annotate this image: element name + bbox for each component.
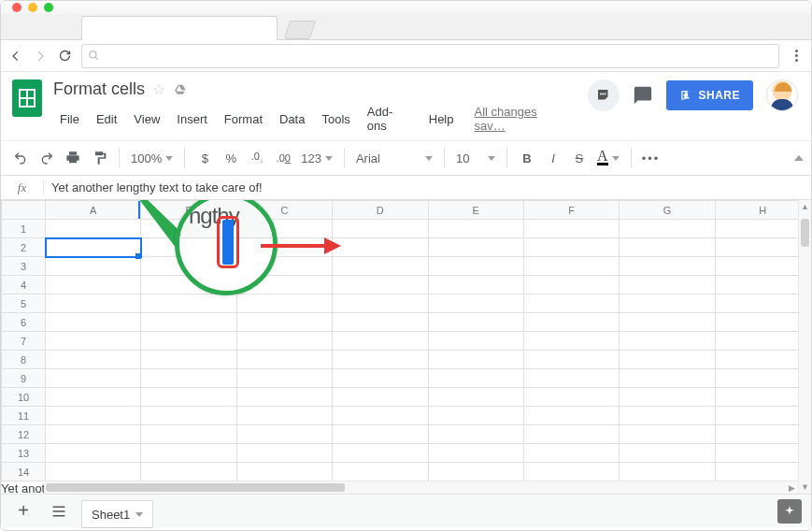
cell[interactable] (333, 276, 428, 294)
cell[interactable] (141, 369, 236, 388)
horizontal-scroll-thumb[interactable] (46, 483, 345, 492)
browser-tab[interactable] (81, 16, 278, 40)
vertical-scrollbar[interactable]: ▲ ▼ (798, 200, 811, 494)
cell[interactable] (46, 276, 141, 294)
row-header[interactable]: 7 (2, 332, 46, 351)
row-header[interactable]: 10 (2, 388, 46, 407)
row-header[interactable]: 3 (2, 257, 46, 276)
cell[interactable] (46, 388, 141, 407)
col-header-E[interactable]: E (428, 201, 523, 220)
scroll-up-icon[interactable]: ▲ (799, 200, 811, 213)
cell[interactable] (141, 257, 236, 276)
strike-button[interactable]: S (567, 146, 591, 170)
cell[interactable] (333, 444, 428, 463)
cell[interactable] (333, 369, 428, 388)
browser-menu-button[interactable] (789, 50, 804, 62)
collapse-toolbar-button[interactable] (794, 155, 804, 161)
cell[interactable] (141, 276, 236, 294)
increase-decimal-button[interactable]: .00 (271, 146, 295, 170)
cell[interactable] (523, 257, 619, 276)
cell[interactable] (333, 388, 428, 407)
window-close-dot[interactable] (12, 3, 21, 12)
cell[interactable] (428, 257, 523, 276)
cell[interactable] (236, 388, 332, 407)
cell[interactable] (620, 313, 715, 332)
cell[interactable] (333, 351, 428, 369)
cell[interactable] (141, 407, 236, 425)
cell[interactable] (46, 444, 141, 463)
cell[interactable] (620, 407, 715, 425)
italic-button[interactable]: I (541, 146, 565, 170)
cell[interactable] (236, 332, 332, 351)
cell[interactable] (236, 313, 332, 332)
cell[interactable] (523, 425, 619, 444)
cell[interactable] (523, 351, 619, 369)
cell[interactable] (333, 463, 428, 481)
cell[interactable] (715, 369, 810, 388)
cell[interactable] (236, 425, 332, 444)
cell[interactable] (46, 294, 141, 313)
cell[interactable] (620, 369, 715, 388)
vertical-scroll-thumb[interactable] (801, 219, 809, 247)
cell[interactable] (715, 276, 810, 294)
cell[interactable] (523, 220, 619, 238)
cell[interactable] (46, 407, 141, 425)
comments-icon[interactable] (633, 85, 653, 106)
cell[interactable] (428, 444, 523, 463)
save-status[interactable]: All changes sav… (468, 103, 577, 135)
col-header-F[interactable]: F (523, 201, 619, 220)
reload-button[interactable] (57, 49, 72, 64)
spreadsheet-grid[interactable]: A B C D E F G H 1234567891011121314 (1, 200, 811, 481)
cell[interactable] (523, 407, 619, 425)
cell[interactable] (333, 238, 428, 257)
cell[interactable] (715, 444, 810, 463)
decrease-decimal-button[interactable]: .0↓ (245, 146, 269, 170)
font-family-dropdown[interactable]: Arial (352, 146, 436, 170)
cell[interactable] (620, 444, 715, 463)
cell[interactable] (620, 238, 715, 257)
cell[interactable] (523, 332, 619, 351)
sheet-tab-active[interactable]: Sheet1 (81, 500, 153, 528)
cell[interactable] (236, 238, 332, 257)
cell[interactable] (428, 388, 523, 407)
cell[interactable] (236, 444, 332, 463)
cell[interactable] (46, 313, 141, 332)
format-currency-button[interactable]: $ (192, 146, 217, 170)
explore-button[interactable] (777, 499, 802, 524)
cell[interactable] (428, 220, 523, 238)
cell[interactable] (715, 407, 810, 425)
cell[interactable] (141, 313, 236, 332)
cell[interactable] (620, 220, 715, 238)
cell[interactable] (46, 425, 141, 444)
cell[interactable] (523, 294, 619, 313)
cell[interactable] (715, 220, 810, 238)
cell[interactable] (620, 276, 715, 294)
cell[interactable] (523, 238, 619, 257)
col-header-B[interactable]: B (141, 201, 236, 220)
select-all-corner[interactable] (2, 201, 46, 220)
add-sheet-button[interactable]: + (10, 498, 36, 524)
selection-fill-handle[interactable] (135, 253, 141, 259)
column-resize-handle[interactable] (138, 201, 141, 219)
cell[interactable] (523, 313, 619, 332)
col-header-D[interactable]: D (333, 201, 428, 220)
menu-format[interactable]: Format (218, 110, 269, 128)
address-bar[interactable] (81, 44, 779, 68)
row-header[interactable]: 4 (2, 276, 46, 294)
cell[interactable] (523, 388, 619, 407)
cell[interactable] (236, 220, 332, 238)
cell[interactable] (428, 463, 523, 481)
cell[interactable] (523, 463, 619, 481)
row-header[interactable]: 8 (2, 351, 46, 369)
number-format-dropdown[interactable]: 123 (297, 146, 336, 170)
col-header-H[interactable]: H (715, 201, 810, 220)
cell[interactable] (715, 351, 810, 369)
print-button[interactable] (61, 146, 85, 170)
bold-button[interactable]: B (515, 146, 539, 170)
cell[interactable] (715, 257, 810, 276)
cell[interactable] (715, 425, 810, 444)
cell[interactable] (523, 369, 619, 388)
share-button[interactable]: SHARE (666, 80, 753, 110)
cell[interactable] (236, 294, 332, 313)
menu-file[interactable]: File (53, 110, 86, 128)
